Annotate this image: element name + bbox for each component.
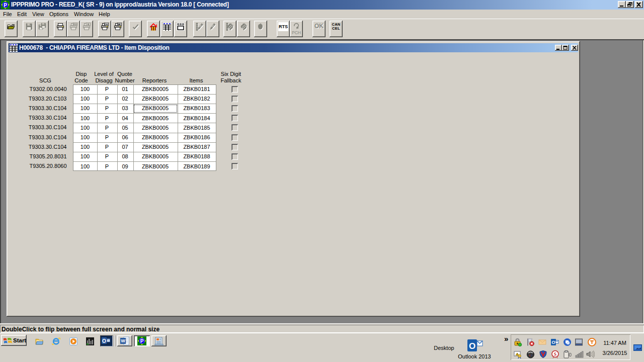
svg-text:PCH: PCH (292, 30, 301, 35)
svg-text:W: W (121, 338, 125, 343)
svg-text:P: P (140, 338, 144, 344)
svg-text:P: P (4, 3, 7, 8)
svg-text:O: O (551, 340, 555, 345)
svg-text:S: S (554, 352, 556, 357)
svg-text:O: O (469, 341, 475, 351)
svg-text:O: O (102, 338, 106, 344)
